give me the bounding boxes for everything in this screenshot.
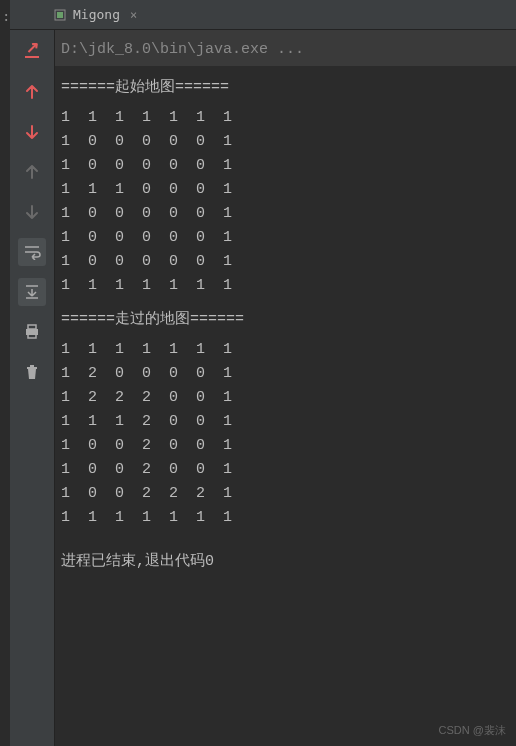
console-output: D:\jdk_8.0\bin\java.exe ... ======起始地图==…	[55, 0, 516, 746]
svg-rect-5	[28, 333, 36, 338]
output-header-2: ======走过的地图======	[55, 308, 516, 332]
tab-bar: Migong ×	[10, 0, 516, 30]
soft-wrap-button[interactable]	[18, 238, 46, 266]
grid-row: 1 0 0 0 0 0 1	[55, 226, 516, 250]
grid-row: 1 0 0 0 0 0 1	[55, 202, 516, 226]
grid-row: 1 0 0 2 2 2 1	[55, 482, 516, 506]
tab-label: Migong	[73, 7, 120, 22]
down-gray-button	[18, 198, 46, 226]
svg-rect-3	[28, 325, 36, 329]
run-config-icon	[53, 8, 67, 22]
grid-row: 1 1 1 1 1 1 1	[55, 274, 516, 298]
output-header-1: ======起始地图======	[55, 76, 516, 100]
grid-row: 1 0 0 0 0 0 1	[55, 130, 516, 154]
up-gray-button	[18, 158, 46, 186]
svg-rect-1	[57, 12, 63, 18]
scroll-to-end-button[interactable]	[18, 278, 46, 306]
rerun-button[interactable]	[18, 38, 46, 66]
print-button[interactable]	[18, 318, 46, 346]
toolbar	[10, 0, 55, 746]
tab-migong[interactable]: Migong ×	[45, 0, 145, 29]
exit-message: 进程已结束,退出代码0	[55, 550, 516, 574]
grid-row: 1 2 2 2 0 0 1	[55, 386, 516, 410]
grid-1: 1 1 1 1 1 1 11 0 0 0 0 0 11 0 0 0 0 0 11…	[55, 106, 516, 298]
svg-rect-6	[27, 367, 37, 369]
grid-row: 1 0 0 2 0 0 1	[55, 434, 516, 458]
svg-rect-7	[30, 365, 34, 367]
grid-row: 1 0 0 0 0 0 1	[55, 154, 516, 178]
grid-row: 1 1 1 0 0 0 1	[55, 178, 516, 202]
grid-row: 1 2 0 0 0 0 1	[55, 362, 516, 386]
grid-row: 1 0 0 0 0 0 1	[55, 250, 516, 274]
grid-2: 1 1 1 1 1 1 11 2 0 0 0 0 11 2 2 2 0 0 11…	[55, 338, 516, 530]
watermark: CSDN @裴沫	[439, 723, 506, 738]
grid-row: 1 1 1 1 1 1 1	[55, 506, 516, 530]
grid-row: 1 1 1 2 0 0 1	[55, 410, 516, 434]
close-icon[interactable]: ×	[130, 8, 137, 22]
up-button[interactable]	[18, 78, 46, 106]
grid-row: 1 0 0 2 0 0 1	[55, 458, 516, 482]
svg-rect-2	[25, 56, 39, 58]
trash-button[interactable]	[18, 358, 46, 386]
grid-row: 1 1 1 1 1 1 1	[55, 106, 516, 130]
grid-row: 1 1 1 1 1 1 1	[55, 338, 516, 362]
down-button[interactable]	[18, 118, 46, 146]
command-line: D:\jdk_8.0\bin\java.exe ...	[55, 30, 516, 66]
